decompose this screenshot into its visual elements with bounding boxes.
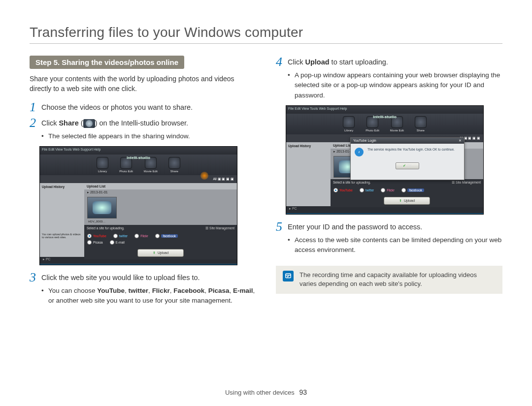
ss-tool-library: Library	[343, 116, 355, 132]
ss-upload-button: ⬆Upload	[384, 197, 430, 205]
step-5-sub: Access to the web site contents can be l…	[288, 235, 502, 255]
ss-thumb-label: HDV_0003…	[84, 220, 237, 225]
step-number: 2	[30, 117, 41, 129]
ss-site-flickr: Flickr	[381, 188, 395, 192]
ss-site-twitter: twitter	[360, 188, 374, 192]
text-fragment: (	[79, 119, 83, 127]
ss-popup-message: The service requires the YouTube login. …	[367, 148, 455, 156]
ss-bottom-tabs: ▣ Thumbnail ▶ Slide Show	[286, 213, 483, 215]
ss-popup-ok-button: ✔OK	[396, 162, 419, 169]
ss-app-title: Intelli-studio	[127, 156, 150, 160]
ss-site-mgmt: ☰ Site Management	[205, 226, 234, 230]
ss-body: Upload History You can upload photos & v…	[40, 183, 237, 257]
ss-site-prompt-row: Select a site for uploading. ☰ Site Mana…	[84, 225, 237, 232]
upload-arrow-icon: ⬆	[399, 199, 402, 203]
text-fragment: ) on the Intelli-studio browser.	[95, 119, 188, 127]
highlight-cursor-icon	[200, 172, 208, 180]
ss-app-title: Intelli-studio	[373, 115, 397, 119]
ss-site-prompt: Select a site for uploading.	[333, 181, 371, 184]
step-text: Click Share () on the Intelli-studio bro…	[41, 117, 256, 129]
step-number: 1	[30, 101, 41, 114]
ss-site-youtube: YouTube	[333, 188, 353, 192]
library-icon	[97, 157, 108, 169]
note-text: The recording time and capacity availabl…	[299, 271, 496, 288]
right-column: 4 Click Upload to start uploading. A pop…	[276, 53, 502, 311]
step-text: Enter your ID and the password to access…	[288, 220, 502, 233]
upload-arrow-icon: ⬆	[153, 251, 156, 255]
page-title: Transferring files to your Windows compu…	[30, 25, 502, 40]
step-5: 5 Enter your ID and the password to acce…	[276, 220, 502, 233]
ss-pc-row: ▸ PC	[286, 206, 483, 213]
library-icon	[343, 116, 355, 128]
ss-site-prompt: Select a site for uploading.	[87, 226, 125, 230]
ss-site-mgmt: ☰ Site Management	[452, 181, 481, 185]
ss-site-youtube: YouTube	[87, 234, 106, 238]
step-4-sub: A pop-up window appears containing your …	[288, 70, 502, 100]
text-fragment: Click	[41, 119, 59, 127]
ss-toolbar: Intelli-studio Library Photo Edit Movie …	[286, 114, 483, 134]
step-number: 5	[276, 220, 288, 233]
bullet-text: The selected file appears in the sharing…	[48, 131, 190, 141]
ss-site-facebook: facebook	[401, 188, 424, 192]
ss-upload-row: ⬆Upload	[331, 194, 483, 207]
two-column-layout: Step 5. Sharing the videos/photos online…	[30, 53, 502, 311]
globe-share-icon	[168, 157, 180, 169]
close-icon: ✕	[459, 139, 462, 143]
page-footer: Using with other devices 93	[0, 388, 532, 396]
ss-upload-list-head: Upload List	[84, 183, 237, 189]
ss-site-list-2: Picasa E-mail	[84, 240, 237, 247]
step-1: 1 Choose the videos or photos you want t…	[30, 101, 256, 114]
intro-text: Share your contents with the world by up…	[30, 74, 256, 94]
step-2: 2 Click Share () on the Intelli-studio b…	[30, 117, 256, 129]
svg-rect-0	[286, 274, 291, 278]
ss-left-pane-title: Upload History	[42, 185, 82, 188]
note-box: The recording time and capacity availabl…	[276, 266, 502, 293]
note-icon	[283, 271, 294, 281]
screenshot-login-popup: File Edit View Tools Web Support Help In…	[286, 105, 484, 215]
ss-tool-share: Share	[415, 116, 427, 132]
ss-tool-share: Share	[168, 157, 180, 173]
bullet: Access to the web site contents can be l…	[288, 235, 502, 255]
step-number: 3	[30, 271, 41, 284]
ss-toolbar: Intelli-studio Library Photo Edit Movie …	[40, 155, 237, 175]
title-rule	[30, 43, 502, 44]
ss-left-pane: Upload History	[286, 142, 331, 206]
ss-left-hint: You can upload photos & videosto various…	[42, 233, 82, 239]
ss-popup-titlebar: YouTube Login ✕	[351, 138, 464, 144]
ss-popup-body: i The service requires the YouTube login…	[351, 144, 464, 160]
screenshot-sharing-window: File Edit View Tools Web Support Help In…	[39, 146, 237, 265]
bullet-text: Access to the web site contents can be l…	[295, 235, 502, 255]
ss-left-pane-title: Upload History	[288, 144, 329, 148]
ss-site-picasa: Picasa	[87, 240, 103, 245]
ss-main-pane: Upload List ▸ 2013-01-01 HDV_0003… Selec…	[84, 183, 237, 257]
step-number: 4	[276, 56, 288, 68]
bullet: The selected file appears in the sharing…	[41, 131, 256, 141]
ss-popup-title-text: YouTube Login	[353, 139, 376, 143]
ss-popup-actions: ✔OK	[351, 162, 464, 169]
ss-site-flickr: Flickr	[134, 234, 148, 238]
ss-menu-bar: File Edit View Tools Web Support Help	[286, 106, 483, 114]
step-3: 3 Click the web site you would like to u…	[30, 271, 256, 284]
ss-upload-button: ⬆Upload	[137, 249, 184, 257]
bullet-text: You can choose YouTube, twitter, Flickr,…	[48, 286, 256, 306]
page-number: 93	[299, 388, 307, 396]
ss-menu-bar: File Edit View Tools Web Support Help	[40, 147, 237, 155]
ss-site-twitter: twitter	[113, 234, 128, 238]
ss-site-list: YouTube twitter Flickr facebook	[84, 232, 237, 240]
step-4: 4 Click Upload to start uploading.	[276, 56, 502, 68]
footer-section-label: Using with other devices	[225, 389, 295, 396]
ss-site-list: YouTube twitter Flickr facebook	[331, 186, 483, 194]
bullet: A pop-up window appears containing your …	[288, 70, 502, 100]
ss-upload-row: ⬆Upload	[84, 247, 237, 259]
ss-site-facebook: facebook	[155, 234, 178, 238]
globe-share-icon	[415, 116, 427, 128]
check-icon: ✔	[403, 164, 406, 168]
info-icon: i	[355, 148, 364, 156]
ss-filter-all: All ▣ ▣ ▣ ▣	[213, 177, 234, 181]
ss-video-thumbnail	[87, 197, 117, 219]
ss-tool-library: Library	[97, 157, 108, 173]
ss-site-prompt-row: Select a site for uploading. ☰ Site Mana…	[331, 179, 483, 186]
share-label: Share	[59, 119, 78, 127]
manual-page: Transferring files to your Windows compu…	[0, 0, 532, 406]
ss-site-email: E-mail	[110, 240, 125, 245]
